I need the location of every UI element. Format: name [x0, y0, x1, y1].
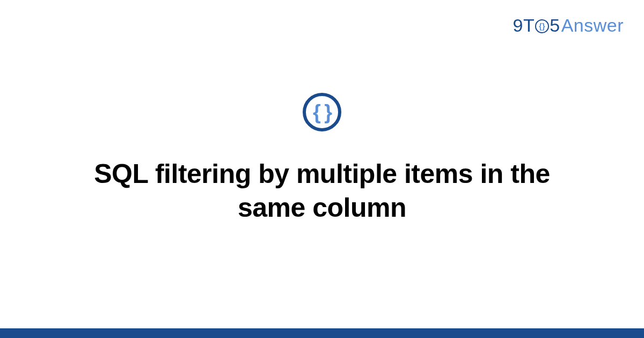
logo-part-9t: 9T [513, 15, 535, 36]
main-content: { } SQL filtering by multiple items in t… [0, 93, 644, 224]
code-braces-icon: { } [313, 100, 331, 123]
logo-part-answer: Answer [561, 15, 624, 36]
footer-bar [0, 328, 644, 338]
category-icon-circle: { } [303, 93, 341, 131]
page-title: SQL filtering by multiple items in the s… [54, 157, 590, 224]
site-logo: 9T {} 5 Answer [513, 15, 624, 36]
logo-clock-icon: {} [535, 19, 549, 33]
logo-part-5: 5 [550, 15, 560, 36]
